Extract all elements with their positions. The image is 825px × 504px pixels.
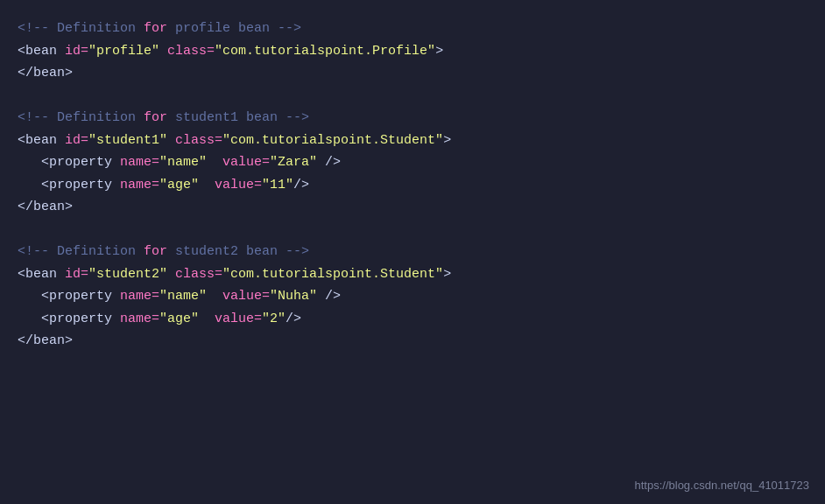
close-bean-3: </bean> <box>18 333 73 348</box>
attr-id-3: id= <box>65 267 88 282</box>
attr-id-val-2: "student1" <box>88 133 167 148</box>
space-6 <box>207 289 222 304</box>
tag-close-2: > <box>443 133 451 148</box>
code-line-15: </bean> <box>18 330 807 353</box>
code-block: <!-- Definition for profile bean --> <be… <box>18 18 807 353</box>
code-line-2: <bean id="profile" class="com.tutorialsp… <box>18 40 807 63</box>
comment-2b: student1 bean --> <box>167 110 309 125</box>
self-close-4: /> <box>286 312 301 326</box>
code-line-3: </bean> <box>18 62 807 85</box>
tag-close-3: > <box>443 267 451 282</box>
prop-name-attr-4: name= <box>120 312 159 326</box>
comment-1: <!-- Definition <box>18 21 144 36</box>
code-line-12: <bean id="student2" class="com.tutorials… <box>18 263 807 286</box>
attr-id-val-3: "student2" <box>88 267 167 282</box>
attr-id-1: id= <box>65 44 88 59</box>
self-close-1: /> <box>317 155 341 170</box>
close-bean-1: </bean> <box>18 66 73 80</box>
indent-3: <property <box>18 289 120 304</box>
attr-id-2: id= <box>65 133 88 148</box>
self-close-2: /> <box>293 178 309 192</box>
space-5 <box>167 267 175 282</box>
code-line-9: </bean> <box>18 196 807 219</box>
space-3 <box>207 155 222 170</box>
tag-open-1: <bean <box>18 44 65 59</box>
tag-open-3: <bean <box>18 267 65 282</box>
attr-class-val-2: "com.tutorialspoint.Student" <box>222 133 443 148</box>
comment-3: <!-- Definition <box>18 244 144 259</box>
code-line-5: <!-- Definition for student1 bean --> <box>18 107 807 130</box>
prop-name-attr-3: name= <box>120 289 159 304</box>
prop-value-attr-1: value= <box>222 155 270 170</box>
code-line-8: <property name="age" value="11"/> <box>18 174 807 197</box>
prop-name-attr-2: name= <box>120 178 159 192</box>
code-line-14: <property name="age" value="2"/> <box>18 308 807 331</box>
attr-class-val-3: "com.tutorialspoint.Student" <box>222 267 443 282</box>
code-container: <!-- Definition for profile bean --> <be… <box>0 0 825 504</box>
watermark: https://blog.csdn.net/qq_41011723 <box>635 479 810 492</box>
prop-value-attr-4: value= <box>215 312 262 326</box>
indent-1: <property <box>18 155 120 170</box>
prop-name-attr-1: name= <box>120 155 159 170</box>
keyword-for-1: for <box>144 21 167 36</box>
attr-id-val-1: "profile" <box>88 44 159 59</box>
space-1 <box>159 44 167 59</box>
prop-name-val-2: "age" <box>159 178 199 192</box>
tag-close-1: > <box>435 44 443 59</box>
comment-3b: student2 bean --> <box>167 244 309 259</box>
space-2 <box>167 133 175 148</box>
space-4 <box>199 178 215 192</box>
comment-1b: profile bean --> <box>167 21 301 36</box>
prop-value-val-1: "Zara" <box>270 155 317 170</box>
prop-value-val-2: "11" <box>262 178 293 192</box>
code-line-6: <bean id="student1" class="com.tutorials… <box>18 130 807 152</box>
code-line-11: <!-- Definition for student2 bean --> <box>18 241 807 263</box>
prop-value-attr-3: value= <box>222 289 270 304</box>
indent-2: <property <box>18 178 120 192</box>
tag-open-2: <bean <box>18 133 65 148</box>
comment-2: <!-- Definition <box>18 110 144 125</box>
space-7 <box>199 312 215 326</box>
prop-name-val-4: "age" <box>159 312 199 326</box>
attr-class-2: class= <box>175 133 222 148</box>
empty-2 <box>18 219 807 242</box>
keyword-for-2: for <box>144 110 167 125</box>
code-line-1: <!-- Definition for profile bean --> <box>18 18 807 40</box>
prop-value-attr-2: value= <box>215 178 262 192</box>
prop-value-val-4: "2" <box>262 312 286 326</box>
empty-1 <box>18 85 807 108</box>
indent-4: <property <box>18 312 120 326</box>
attr-class-3: class= <box>175 267 222 282</box>
attr-class-val-1: "com.tutorialspoint.Profile" <box>215 44 435 59</box>
keyword-for-3: for <box>144 244 167 259</box>
attr-class-1: class= <box>167 44 215 59</box>
prop-value-val-3: "Nuha" <box>270 289 317 304</box>
close-bean-2: </bean> <box>18 200 73 214</box>
prop-name-val-1: "name" <box>159 155 207 170</box>
prop-name-val-3: "name" <box>159 289 207 304</box>
code-line-7: <property name="name" value="Zara" /> <box>18 151 807 174</box>
code-line-13: <property name="name" value="Nuha" /> <box>18 285 807 308</box>
self-close-3: /> <box>317 289 341 304</box>
